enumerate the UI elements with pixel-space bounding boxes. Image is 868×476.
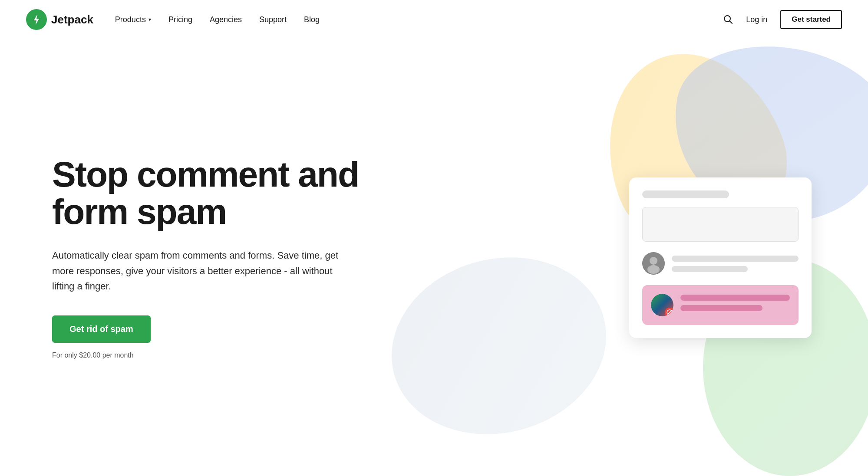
comment-row-normal [642, 252, 799, 276]
logo-link[interactable]: Jetpack [26, 9, 93, 30]
nav-products-label: Products [115, 15, 146, 24]
hero-content: Stop comment and form spam Automatically… [0, 156, 391, 359]
comment-line-1 [672, 256, 799, 262]
nav-agencies-label: Agencies [210, 15, 242, 24]
hero-title: Stop comment and form spam [52, 156, 391, 230]
hero-description: Automatically clear spam from comments a… [52, 248, 347, 294]
nav-support-label: Support [259, 15, 287, 24]
avatar-normal [642, 252, 665, 275]
svg-line-7 [668, 310, 672, 314]
nav-support[interactable]: Support [259, 15, 287, 24]
cta-button[interactable]: Get rid of spam [52, 315, 151, 343]
comment-line-2 [672, 266, 748, 272]
bg-shape-gray [390, 234, 626, 458]
main-nav: Products ▾ Pricing Agencies Support Blog [115, 15, 723, 24]
login-link[interactable]: Log in [746, 15, 767, 24]
nav-pricing[interactable]: Pricing [168, 15, 192, 24]
search-icon [723, 15, 733, 24]
logo-icon [26, 9, 47, 30]
comment-lines-normal [672, 252, 799, 276]
svg-line-2 [730, 21, 733, 24]
header-right: Log in Get started [723, 10, 842, 29]
svg-marker-0 [34, 14, 39, 25]
nav-blog-label: Blog [304, 15, 320, 24]
spam-line-1 [680, 295, 790, 301]
logo-text: Jetpack [51, 13, 93, 26]
hero-illustration [629, 177, 812, 338]
hero-section: Stop comment and form spam Automatically… [0, 39, 868, 476]
nav-agencies[interactable]: Agencies [210, 15, 242, 24]
comment-card [629, 177, 812, 338]
nav-products[interactable]: Products ▾ [115, 15, 151, 24]
spam-lines [680, 295, 790, 315]
card-input-box [642, 207, 799, 242]
svg-point-4 [650, 257, 657, 265]
svg-point-5 [647, 265, 660, 274]
card-top-bar [642, 190, 729, 198]
search-button[interactable] [723, 15, 733, 24]
spam-line-2 [680, 305, 762, 311]
nav-pricing-label: Pricing [168, 15, 192, 24]
price-note: For only $20.00 per month [52, 351, 391, 359]
get-started-button[interactable]: Get started [780, 10, 842, 29]
spam-row [642, 285, 799, 325]
nav-blog[interactable]: Blog [304, 15, 320, 24]
chevron-down-icon: ▾ [149, 16, 151, 23]
spam-avatar [651, 294, 673, 316]
spam-badge-icon [665, 308, 673, 316]
header: Jetpack Products ▾ Pricing Agencies Supp… [0, 0, 868, 39]
